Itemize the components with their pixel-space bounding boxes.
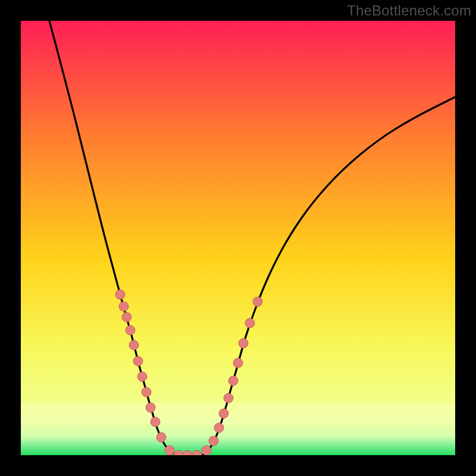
watermark-text: TheBottleneck.com	[347, 2, 471, 19]
plot-area	[21, 21, 455, 455]
curve-layer	[21, 21, 455, 455]
chart-frame: TheBottleneck.com	[0, 0, 476, 476]
